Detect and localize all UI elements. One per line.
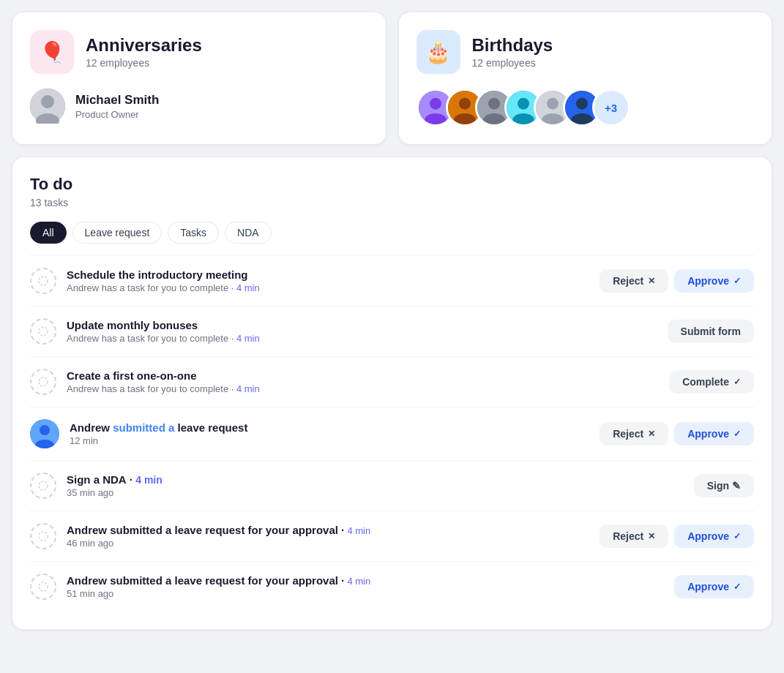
employee-avatar-svg xyxy=(30,89,65,124)
task-desc: 51 min ago xyxy=(67,588,370,599)
task-title: Andrew submitted a leave request for you… xyxy=(67,574,370,587)
task-title: Sign a NDA · 4 min xyxy=(67,473,163,486)
task-list: Schedule the introductory meeting Andrew… xyxy=(30,255,754,612)
todo-section: To do 13 tasks All Leave request Tasks N… xyxy=(12,157,772,630)
task-desc: 35 min ago xyxy=(67,487,163,498)
filter-tabs: All Leave request Tasks NDA xyxy=(30,222,754,244)
filter-tab-nda[interactable]: NDA xyxy=(225,222,272,244)
task-item: Andrew submitted a leave request for you… xyxy=(30,511,754,561)
task-info: Sign a NDA · 4 min 35 min ago xyxy=(67,473,163,498)
task-user-avatar xyxy=(30,419,59,448)
task-left: Schedule the introductory meeting Andrew… xyxy=(30,268,600,294)
anniversaries-count: 12 employees xyxy=(86,57,202,69)
task-desc: 12 min xyxy=(70,435,247,446)
anniversaries-header: 🎈 Anniversaries 12 employees xyxy=(30,30,368,74)
filter-tab-leave[interactable]: Leave request xyxy=(72,222,163,244)
birthdays-icon: 🎂 xyxy=(417,30,460,74)
task-title: Update monthly bonuses xyxy=(67,319,260,331)
task-info: Schedule the introductory meeting Andrew… xyxy=(67,268,260,293)
task-desc: Andrew has a task for you to complete · … xyxy=(67,333,260,344)
task-left: Create a first one-on-one Andrew has a t… xyxy=(30,369,669,395)
task-actions: Sign ✎ xyxy=(694,474,754,497)
task-status-icon xyxy=(30,574,56,600)
svg-point-21 xyxy=(39,277,48,285)
filter-tab-tasks[interactable]: Tasks xyxy=(168,222,219,244)
reject-button[interactable]: Reject ✕ xyxy=(600,525,668,548)
task-left: Andrew submitted a leave request for you… xyxy=(30,523,600,549)
task-actions: Complete ✓ xyxy=(669,370,754,394)
complete-button[interactable]: Complete ✓ xyxy=(669,370,754,394)
birthdays-count: 12 employees xyxy=(472,57,553,69)
reject-button[interactable]: Reject ✕ xyxy=(600,269,668,293)
task-info: Andrew submitted a leave request for you… xyxy=(67,524,370,549)
todo-count: 13 tasks xyxy=(30,197,754,208)
anniversaries-title: Anniversaries xyxy=(86,35,202,56)
task-status-icon xyxy=(30,473,56,499)
svg-point-25 xyxy=(40,425,50,435)
birthdays-header: 🎂 Birthdays 12 employees xyxy=(417,30,755,74)
task-item: Andrew submitted a leave request 12 min … xyxy=(30,407,754,460)
task-left: Sign a NDA · 4 min 35 min ago xyxy=(30,473,694,499)
task-info: Create a first one-on-one Andrew has a t… xyxy=(67,369,260,394)
employee-role: Product Owner xyxy=(75,109,159,120)
employee-name: Michael Smith xyxy=(75,93,159,108)
svg-point-23 xyxy=(39,377,48,386)
anniversaries-info: Anniversaries 12 employees xyxy=(86,35,202,69)
task-item: Update monthly bonuses Andrew has a task… xyxy=(30,306,754,356)
task-desc: Andrew has a task for you to complete · … xyxy=(67,282,260,293)
task-actions: Reject ✕ Approve ✓ xyxy=(600,525,754,548)
filter-tab-all[interactable]: All xyxy=(30,222,67,244)
task-info: Andrew submitted a leave request 12 min xyxy=(70,421,247,446)
birthday-plus-badge: +3 xyxy=(592,89,630,127)
task-item: Create a first one-on-one Andrew has a t… xyxy=(30,356,754,407)
birthdays-info: Birthdays 12 employees xyxy=(472,35,553,69)
svg-point-13 xyxy=(518,98,529,110)
task-actions: Submit form xyxy=(668,320,754,343)
employee-details: Michael Smith Product Owner xyxy=(75,93,159,120)
task-info: Update monthly bonuses Andrew has a task… xyxy=(67,319,260,344)
approve-button[interactable]: Approve ✓ xyxy=(674,422,754,445)
task-info: Andrew submitted a leave request for you… xyxy=(67,574,370,599)
task-status-icon xyxy=(30,523,56,549)
approve-button[interactable]: Approve ✓ xyxy=(674,525,754,548)
task-desc: Andrew has a task for you to complete · … xyxy=(67,383,260,394)
task-status-icon xyxy=(30,318,56,345)
svg-point-19 xyxy=(576,98,588,110)
task-desc: 46 min ago xyxy=(67,538,370,549)
birthdays-title: Birthdays xyxy=(472,35,553,56)
svg-point-7 xyxy=(459,98,471,110)
task-item: Andrew submitted a leave request for you… xyxy=(30,561,754,612)
reject-button[interactable]: Reject ✕ xyxy=(600,422,668,445)
task-left: Update monthly bonuses Andrew has a task… xyxy=(30,318,668,345)
svg-point-27 xyxy=(39,481,48,490)
task-status-icon xyxy=(30,268,56,294)
svg-point-22 xyxy=(39,327,48,336)
birthdays-card: 🎂 Birthdays 12 employees xyxy=(398,12,773,145)
task-actions: Reject ✕ Approve ✓ xyxy=(600,269,754,293)
approve-button[interactable]: Approve ✓ xyxy=(674,575,754,598)
task-title: Andrew submitted a leave request for you… xyxy=(67,524,370,536)
task-title: Create a first one-on-one xyxy=(67,369,260,382)
svg-point-29 xyxy=(39,582,48,591)
birthday-avatars: +3 xyxy=(417,89,755,127)
task-actions: Approve ✓ xyxy=(674,575,754,598)
task-item: Schedule the introductory meeting Andrew… xyxy=(30,255,754,306)
todo-title: To do xyxy=(30,175,754,194)
submit-form-button[interactable]: Submit form xyxy=(668,320,754,343)
sign-button[interactable]: Sign ✎ xyxy=(694,474,754,497)
task-title: Schedule the introductory meeting xyxy=(67,268,260,281)
employee-row: Michael Smith Product Owner xyxy=(30,89,368,124)
task-title: Andrew submitted a leave request xyxy=(70,421,247,434)
anniversaries-icon: 🎈 xyxy=(30,30,74,74)
task-actions: Reject ✕ Approve ✓ xyxy=(600,422,754,445)
task-left: Andrew submitted a leave request 12 min xyxy=(30,419,600,448)
svg-point-16 xyxy=(547,98,559,110)
employee-avatar xyxy=(30,89,65,124)
task-left: Andrew submitted a leave request for you… xyxy=(30,574,674,600)
svg-point-1 xyxy=(41,95,54,108)
svg-point-10 xyxy=(488,98,500,110)
task-status-icon xyxy=(30,369,56,395)
approve-button[interactable]: Approve ✓ xyxy=(674,269,754,293)
task-item: Sign a NDA · 4 min 35 min ago Sign ✎ xyxy=(30,460,754,511)
anniversaries-card: 🎈 Anniversaries 12 employees Michael Smi… xyxy=(12,12,387,145)
